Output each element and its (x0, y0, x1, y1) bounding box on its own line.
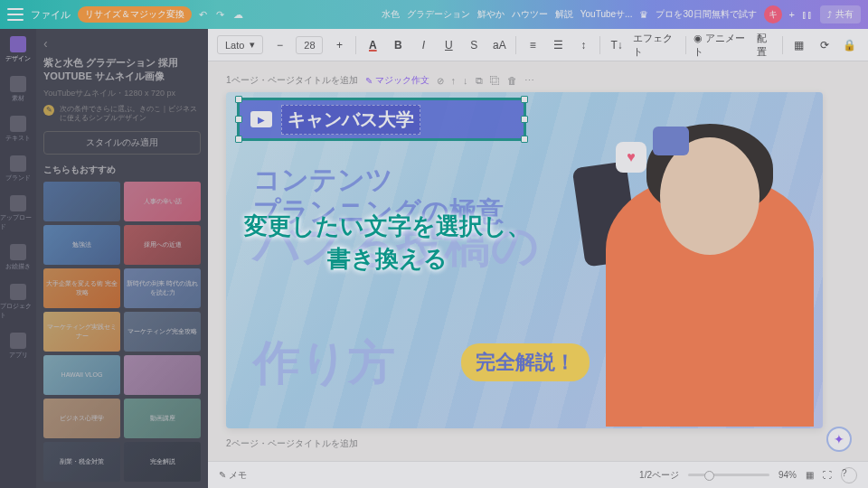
play-icon: ▶ (250, 111, 272, 127)
apply-style-button[interactable]: スタイルのみ適用 (43, 131, 201, 155)
template-thumb[interactable]: 新時代の到来 時代の流れを読む力 (124, 268, 201, 308)
delete-icon[interactable]: 🗑 (507, 75, 517, 87)
template-thumb[interactable]: 採用への近道 (124, 225, 201, 265)
template-thumb[interactable]: 大手企業を変える術 完全攻略 (43, 268, 120, 308)
magic-write[interactable]: ✎ マジック作文 (365, 74, 429, 87)
file-menu[interactable]: ファイル (31, 8, 71, 22)
left-rail: デザイン 素材 テキスト ブランド アップロード お絵描き プロジェクト アプリ (0, 29, 36, 488)
strike-button[interactable]: S (465, 35, 483, 55)
size-plus[interactable]: + (330, 35, 348, 55)
tags: 水色 グラデーション 鮮やか ハウツー 解説 YouTubeサ... (382, 8, 633, 21)
chat-icon[interactable] (653, 127, 689, 155)
rail-text[interactable]: テキスト (5, 116, 31, 143)
rail-upload[interactable]: アップロード (0, 195, 36, 231)
selected-text-box[interactable]: ▶ キャンバス大学 (237, 98, 526, 141)
template-grid: 人事の辛い話 勉強法 採用への近道 大手企業を変える術 完全攻略 新時代の到来 … (43, 182, 201, 482)
move-down-icon[interactable]: ↓ (463, 75, 468, 87)
notes-button[interactable]: ✎ メモ (219, 469, 247, 482)
page-2-label[interactable]: 2ページ・ページタイトルを追加 (226, 437, 850, 450)
folder-icon[interactable]: ⧉ (476, 75, 483, 87)
page-1-label[interactable]: 1ページ・ページタイトルを追加 (226, 74, 358, 87)
rail-design[interactable]: デザイン (5, 36, 31, 63)
canvas-text-3[interactable]: 作り方 (253, 336, 395, 390)
top-bar: ファイル リサイズ＆マジック変換 ↶ ↷ ☁ 水色 グラデーション 鮮やか ハウ… (0, 0, 868, 29)
share-button[interactable]: ⤴共有 (820, 5, 861, 23)
zoom-value[interactable]: 94% (778, 470, 797, 480)
resize-button[interactable]: リサイズ＆マジック変換 (78, 6, 192, 23)
rail-draw[interactable]: お絵描き (5, 244, 31, 271)
info-icon: ✎ (43, 105, 54, 116)
link-icon[interactable]: ⊘ (437, 76, 444, 86)
template-meta: YouTubeサムネイル・1280 x 720 px (43, 88, 201, 99)
text-toolbar: Lato▾ − 28 + A B I U S aA ≡ ☰ ↕ T↓ エフェクト… (208, 29, 868, 61)
rail-projects[interactable]: プロジェクト (0, 284, 36, 320)
template-thumb[interactable]: 人事の辛い話 (124, 182, 201, 221)
list-button[interactable]: ☰ (549, 35, 567, 55)
crown-icon: ♛ (639, 9, 648, 21)
vertical-text[interactable]: T↓ (608, 35, 626, 55)
more-icon[interactable]: ⋯ (524, 75, 534, 87)
move-up-icon[interactable]: ↑ (451, 75, 457, 87)
case-button[interactable]: aA (490, 35, 508, 55)
recommend-heading: こちらもおすすめ (43, 164, 201, 176)
zoom-slider[interactable] (688, 474, 769, 476)
template-thumb[interactable]: マーケティング実践セミナー (43, 312, 120, 352)
template-title: 紫と水色 グラデーション 採用 YOUTUBE サムネイル画像 (43, 56, 201, 84)
rail-apps[interactable]: アプリ (9, 333, 28, 360)
template-thumb[interactable]: マーケティング完全攻略 (124, 312, 201, 352)
sidebar: ‹ 紫と水色 グラデーション 採用 YOUTUBE サムネイル画像 YouTub… (36, 29, 208, 488)
template-thumb[interactable] (124, 355, 201, 395)
link-icon[interactable]: ⟳ (816, 35, 834, 55)
back-icon[interactable]: ‹ (43, 36, 201, 51)
text-color[interactable]: A (363, 35, 382, 55)
fullscreen-icon[interactable]: ⛶ (823, 470, 832, 480)
italic-button[interactable]: I (414, 35, 432, 55)
heart-icon[interactable]: ♥ (616, 142, 646, 173)
trial-button[interactable]: プロを30日間無料で試す (656, 8, 756, 21)
template-thumb[interactable]: 動画講座 (124, 399, 201, 438)
animate-button[interactable]: ◉ アニメート (693, 32, 750, 59)
lock-icon[interactable]: 🔒 (841, 35, 859, 55)
underline-button[interactable]: U (439, 35, 458, 55)
fab-add[interactable]: ✦ (826, 427, 852, 452)
template-thumb[interactable] (43, 182, 120, 221)
help-icon[interactable]: ? (841, 467, 857, 483)
analytics-icon[interactable]: ⫿⫿ (802, 9, 813, 20)
template-thumb[interactable]: 完全解説 (124, 442, 201, 482)
template-thumb[interactable]: HAWAII VLOG (43, 355, 120, 395)
badge-text[interactable]: 完全解説！ (461, 343, 590, 381)
rail-elements[interactable]: 素材 (10, 76, 26, 103)
person-image[interactable] (570, 119, 823, 427)
undo-icon[interactable]: ↶ (199, 9, 207, 21)
editing-text[interactable]: キャンバス大学 (281, 105, 420, 135)
footer-bar: ✎ メモ 1/2ページ 94% ▦ ⛶ ? (208, 461, 868, 488)
position-button[interactable]: 配置 (757, 32, 775, 59)
font-size[interactable]: 28 (296, 36, 323, 54)
bold-button[interactable]: B (389, 35, 407, 55)
grid-view-icon[interactable]: ▦ (806, 470, 814, 480)
tip-text: 次の条件でさらに選ぶ。きのこ｜ビジネスに使えるシンプルデザイン (60, 105, 201, 124)
font-select[interactable]: Lato▾ (217, 35, 263, 54)
size-minus[interactable]: − (270, 35, 288, 55)
align-button[interactable]: ≡ (524, 35, 542, 55)
rail-brand[interactable]: ブランド (5, 155, 31, 183)
effects-button[interactable]: エフェクト (633, 32, 678, 59)
avatar[interactable]: キ (764, 5, 782, 23)
template-thumb[interactable]: 勉強法 (43, 225, 120, 265)
transparency-icon[interactable]: ▦ (790, 35, 808, 55)
redo-icon[interactable]: ↷ (216, 9, 224, 21)
template-thumb[interactable]: 副業・税金対策 (43, 442, 120, 482)
page-indicator[interactable]: 1/2ページ (639, 469, 679, 482)
template-thumb[interactable]: ビジネス心理学 (43, 399, 120, 438)
spacing-button[interactable]: ↕ (574, 35, 592, 55)
cloud-icon: ☁ (233, 9, 243, 21)
menu-icon[interactable] (7, 8, 24, 21)
plus-icon[interactable]: + (789, 9, 795, 20)
duplicate-icon[interactable]: ⿻ (490, 75, 500, 87)
chevron-down-icon: ▾ (250, 39, 255, 51)
tutorial-instruction: 変更したい文字を選択し、 書き換える (244, 210, 531, 276)
